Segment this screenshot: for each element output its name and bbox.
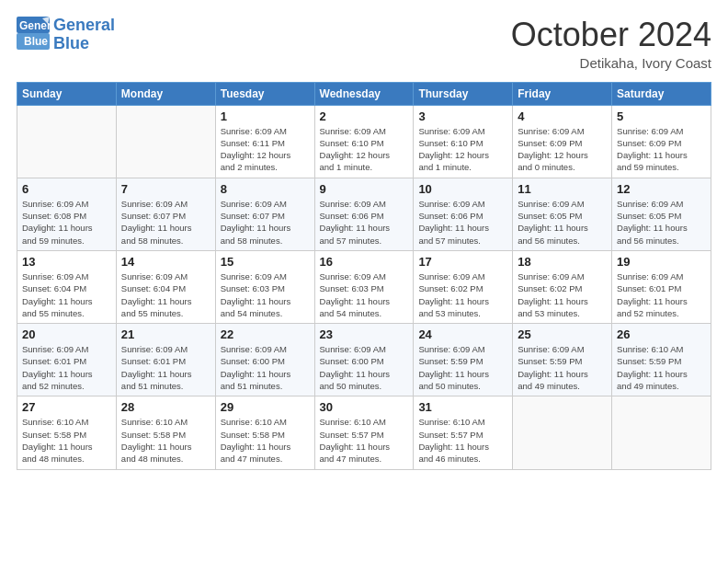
calendar-cell: 23Sunrise: 6:09 AMSunset: 6:00 PMDayligh… bbox=[314, 324, 414, 396]
day-number: 1 bbox=[221, 109, 310, 123]
day-number: 24 bbox=[418, 327, 507, 341]
week-row: 27Sunrise: 6:10 AMSunset: 5:58 PMDayligh… bbox=[17, 396, 711, 469]
day-number: 12 bbox=[617, 182, 706, 196]
calendar-cell bbox=[17, 105, 117, 178]
header: General Blue General Blue October 2024 D… bbox=[17, 17, 711, 71]
calendar-cell: 17Sunrise: 6:09 AMSunset: 6:02 PMDayligh… bbox=[414, 250, 513, 323]
day-number: 29 bbox=[221, 400, 310, 414]
day-number: 25 bbox=[518, 327, 607, 341]
calendar-cell: 7Sunrise: 6:09 AMSunset: 6:07 PMDaylight… bbox=[116, 178, 215, 250]
week-row: 1Sunrise: 6:09 AMSunset: 6:11 PMDaylight… bbox=[17, 105, 711, 178]
month-title: October 2024 bbox=[511, 17, 711, 53]
day-info: Sunrise: 6:09 AMSunset: 6:03 PMDaylight:… bbox=[320, 270, 409, 319]
day-number: 27 bbox=[22, 400, 111, 414]
day-info: Sunrise: 6:09 AMSunset: 6:06 PMDaylight:… bbox=[320, 198, 409, 247]
calendar-cell: 14Sunrise: 6:09 AMSunset: 6:04 PMDayligh… bbox=[116, 250, 215, 323]
calendar-cell: 1Sunrise: 6:09 AMSunset: 6:11 PMDaylight… bbox=[215, 105, 314, 178]
day-info: Sunrise: 6:10 AMSunset: 5:58 PMDaylight:… bbox=[22, 416, 111, 465]
day-info: Sunrise: 6:09 AMSunset: 6:04 PMDaylight:… bbox=[121, 270, 210, 319]
calendar-cell: 25Sunrise: 6:09 AMSunset: 5:59 PMDayligh… bbox=[513, 324, 612, 396]
calendar-cell: 29Sunrise: 6:10 AMSunset: 5:58 PMDayligh… bbox=[215, 396, 314, 469]
calendar-cell bbox=[612, 396, 711, 469]
day-info: Sunrise: 6:09 AMSunset: 6:10 PMDaylight:… bbox=[418, 125, 507, 174]
day-number: 21 bbox=[121, 327, 210, 341]
logo-icon: General Blue bbox=[17, 17, 50, 50]
day-number: 18 bbox=[518, 255, 607, 269]
day-number: 14 bbox=[121, 255, 210, 269]
day-info: Sunrise: 6:09 AMSunset: 5:59 PMDaylight:… bbox=[518, 343, 607, 392]
day-info: Sunrise: 6:10 AMSunset: 5:58 PMDaylight:… bbox=[221, 416, 310, 465]
calendar-cell: 16Sunrise: 6:09 AMSunset: 6:03 PMDayligh… bbox=[314, 250, 414, 323]
day-info: Sunrise: 6:10 AMSunset: 5:57 PMDaylight:… bbox=[418, 416, 507, 465]
day-info: Sunrise: 6:09 AMSunset: 6:05 PMDaylight:… bbox=[617, 198, 706, 247]
day-info: Sunrise: 6:09 AMSunset: 6:01 PMDaylight:… bbox=[121, 343, 210, 392]
day-info: Sunrise: 6:09 AMSunset: 6:03 PMDaylight:… bbox=[221, 270, 310, 319]
day-number: 2 bbox=[320, 109, 409, 123]
day-number: 10 bbox=[418, 182, 507, 196]
day-info: Sunrise: 6:09 AMSunset: 6:11 PMDaylight:… bbox=[221, 125, 310, 174]
day-info: Sunrise: 6:09 AMSunset: 6:00 PMDaylight:… bbox=[221, 343, 310, 392]
header-day: Saturday bbox=[612, 82, 711, 105]
day-info: Sunrise: 6:10 AMSunset: 5:58 PMDaylight:… bbox=[121, 416, 210, 465]
day-info: Sunrise: 6:09 AMSunset: 6:09 PMDaylight:… bbox=[518, 125, 607, 174]
header-row: SundayMondayTuesdayWednesdayThursdayFrid… bbox=[17, 82, 711, 105]
day-info: Sunrise: 6:09 AMSunset: 6:06 PMDaylight:… bbox=[418, 198, 507, 247]
day-number: 23 bbox=[320, 327, 409, 341]
day-number: 31 bbox=[418, 400, 507, 414]
day-info: Sunrise: 6:09 AMSunset: 6:07 PMDaylight:… bbox=[221, 198, 310, 247]
day-info: Sunrise: 6:09 AMSunset: 6:08 PMDaylight:… bbox=[22, 198, 111, 247]
calendar-cell: 3Sunrise: 6:09 AMSunset: 6:10 PMDaylight… bbox=[414, 105, 513, 178]
calendar-cell: 2Sunrise: 6:09 AMSunset: 6:10 PMDaylight… bbox=[314, 105, 414, 178]
calendar-cell: 21Sunrise: 6:09 AMSunset: 6:01 PMDayligh… bbox=[116, 324, 215, 396]
day-info: Sunrise: 6:09 AMSunset: 6:00 PMDaylight:… bbox=[320, 343, 409, 392]
day-number: 5 bbox=[617, 109, 706, 123]
calendar-cell: 6Sunrise: 6:09 AMSunset: 6:08 PMDaylight… bbox=[17, 178, 117, 250]
day-number: 22 bbox=[221, 327, 310, 341]
svg-text:General: General bbox=[19, 19, 50, 32]
calendar-cell: 27Sunrise: 6:10 AMSunset: 5:58 PMDayligh… bbox=[17, 396, 117, 469]
day-info: Sunrise: 6:10 AMSunset: 5:57 PMDaylight:… bbox=[320, 416, 409, 465]
title-block: October 2024 Detikaha, Ivory Coast bbox=[511, 17, 711, 71]
week-row: 6Sunrise: 6:09 AMSunset: 6:08 PMDaylight… bbox=[17, 178, 711, 250]
calendar-cell bbox=[513, 396, 612, 469]
calendar-cell: 30Sunrise: 6:10 AMSunset: 5:57 PMDayligh… bbox=[314, 396, 414, 469]
day-number: 3 bbox=[418, 109, 507, 123]
header-day: Wednesday bbox=[314, 82, 414, 105]
calendar-cell: 15Sunrise: 6:09 AMSunset: 6:03 PMDayligh… bbox=[215, 250, 314, 323]
calendar-cell: 12Sunrise: 6:09 AMSunset: 6:05 PMDayligh… bbox=[612, 178, 711, 250]
day-number: 13 bbox=[22, 255, 111, 269]
calendar-cell: 18Sunrise: 6:09 AMSunset: 6:02 PMDayligh… bbox=[513, 250, 612, 323]
day-info: Sunrise: 6:09 AMSunset: 6:09 PMDaylight:… bbox=[617, 125, 706, 174]
calendar-cell: 5Sunrise: 6:09 AMSunset: 6:09 PMDaylight… bbox=[612, 105, 711, 178]
calendar-cell: 20Sunrise: 6:09 AMSunset: 6:01 PMDayligh… bbox=[17, 324, 117, 396]
calendar-table: SundayMondayTuesdayWednesdayThursdayFrid… bbox=[17, 82, 711, 470]
calendar-cell: 24Sunrise: 6:09 AMSunset: 5:59 PMDayligh… bbox=[414, 324, 513, 396]
header-day: Monday bbox=[116, 82, 215, 105]
logo-line1: General bbox=[53, 17, 115, 35]
day-info: Sunrise: 6:09 AMSunset: 6:04 PMDaylight:… bbox=[22, 270, 111, 319]
header-day: Friday bbox=[513, 82, 612, 105]
day-number: 4 bbox=[518, 109, 607, 123]
day-number: 16 bbox=[320, 255, 409, 269]
logo: General Blue General Blue bbox=[17, 17, 115, 53]
calendar-cell: 19Sunrise: 6:09 AMSunset: 6:01 PMDayligh… bbox=[612, 250, 711, 323]
day-number: 7 bbox=[121, 182, 210, 196]
day-info: Sunrise: 6:09 AMSunset: 6:10 PMDaylight:… bbox=[320, 125, 409, 174]
week-row: 13Sunrise: 6:09 AMSunset: 6:04 PMDayligh… bbox=[17, 250, 711, 323]
calendar-cell: 26Sunrise: 6:10 AMSunset: 5:59 PMDayligh… bbox=[612, 324, 711, 396]
calendar-cell: 22Sunrise: 6:09 AMSunset: 6:00 PMDayligh… bbox=[215, 324, 314, 396]
calendar-cell: 10Sunrise: 6:09 AMSunset: 6:06 PMDayligh… bbox=[414, 178, 513, 250]
day-number: 26 bbox=[617, 327, 706, 341]
header-day: Thursday bbox=[414, 82, 513, 105]
svg-text:Blue: Blue bbox=[24, 35, 48, 48]
page: General Blue General Blue October 2024 D… bbox=[0, 0, 728, 563]
calendar-cell: 31Sunrise: 6:10 AMSunset: 5:57 PMDayligh… bbox=[414, 396, 513, 469]
day-number: 28 bbox=[121, 400, 210, 414]
day-info: Sunrise: 6:09 AMSunset: 6:01 PMDaylight:… bbox=[617, 270, 706, 319]
subtitle: Detikaha, Ivory Coast bbox=[511, 55, 711, 71]
calendar-cell bbox=[116, 105, 215, 178]
day-info: Sunrise: 6:09 AMSunset: 6:07 PMDaylight:… bbox=[121, 198, 210, 247]
calendar-cell: 9Sunrise: 6:09 AMSunset: 6:06 PMDaylight… bbox=[314, 178, 414, 250]
calendar-cell: 8Sunrise: 6:09 AMSunset: 6:07 PMDaylight… bbox=[215, 178, 314, 250]
header-day: Sunday bbox=[17, 82, 117, 105]
